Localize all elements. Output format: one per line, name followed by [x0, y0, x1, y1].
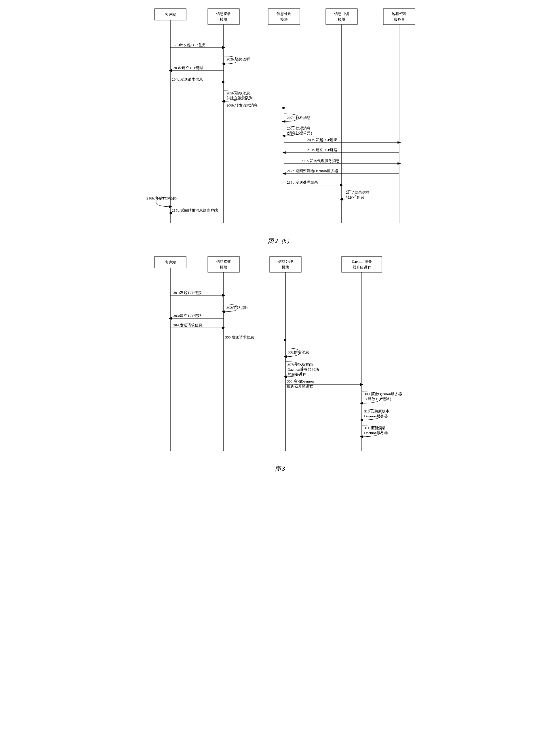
svg-text:207b:解析消息: 207b:解析消息: [287, 115, 311, 120]
svg-text:304:发送请求信息: 304:发送请求信息: [173, 323, 202, 327]
svg-text:308:启动Daemon: 308:启动Daemon: [287, 379, 314, 383]
svg-text:客户端: 客户端: [165, 13, 176, 17]
svg-marker-93: [284, 356, 287, 358]
svg-text:服务器升级进程: 服务器升级进程: [287, 384, 313, 388]
svg-text:客户端: 客户端: [165, 260, 176, 264]
svg-marker-82: [222, 311, 225, 313]
svg-text:转化、组装: 转化、组装: [346, 195, 365, 199]
svg-rect-8: [326, 8, 357, 24]
svg-text:201b:发起TCP连接: 201b:发起TCP连接: [175, 43, 205, 47]
svg-text:215b:返回结果消息给客户端: 215b:返回结果消息给客户端: [172, 208, 218, 213]
svg-text:212b:返回资源给Daemon服务器: 212b:返回资源给Daemon服务器: [287, 169, 338, 173]
svg-text:303:建立TCP链路: 303:建立TCP链路: [173, 314, 202, 318]
svg-marker-103: [360, 402, 363, 404]
svg-marker-36: [282, 120, 285, 123]
svg-text:(消息处理单元）: (消息处理单元）: [287, 131, 314, 135]
svg-text:远程资源: 远程资源: [392, 12, 407, 16]
svg-text:模块: 模块: [220, 17, 227, 22]
svg-text:信息接收: 信息接收: [216, 12, 231, 16]
svg-text:305:发送请求信息: 305:发送请求信息: [225, 335, 254, 339]
svg-text:310:安装新版本: 310:安装新版本: [364, 409, 389, 413]
svg-text:信息处理: 信息处理: [277, 12, 292, 16]
svg-marker-109: [360, 436, 363, 438]
svg-marker-30: [222, 100, 225, 102]
svg-text:信息处理: 信息处理: [278, 259, 293, 264]
svg-text:302:链路监听: 302:链路监听: [226, 305, 248, 310]
svg-text:309:停止Daemon服务器: 309:停止Daemon服务器: [364, 392, 402, 396]
svg-text:Daemon服务: Daemon服务: [352, 259, 372, 264]
svg-rect-66: [208, 256, 239, 272]
svg-text:信息接收: 信息接收: [216, 259, 231, 264]
svg-marker-22: [222, 63, 225, 65]
svg-text:311:重新启动: 311:重新启动: [364, 426, 386, 430]
diagram-3-svg: 客户端 信息接收 模块 信息处理 模块 Daemon服务 器升级进程 301:发…: [146, 254, 420, 461]
svg-text:模块: 模块: [338, 17, 345, 22]
diagram-2b: 客户端 信息接收 模块 信息处理 模块 信息回馈 模块 远程资源 服务器 201…: [146, 6, 414, 245]
svg-rect-69: [269, 256, 301, 272]
svg-text:203b:建立TCP链路: 203b:建立TCP链路: [173, 66, 203, 70]
svg-text:307:停止所有由: 307:停止所有由: [287, 362, 313, 367]
svg-text:的服务进程: 的服务进程: [287, 372, 306, 376]
svg-rect-2: [208, 8, 239, 24]
svg-text:Daemon服务器启动: Daemon服务器启动: [287, 367, 319, 372]
svg-marker-95: [284, 376, 287, 378]
svg-text:210b:建立TCP链路: 210b:建立TCP链路: [307, 148, 337, 152]
svg-text:204b:发送请求信息: 204b:发送请求信息: [172, 77, 203, 81]
svg-text:209b:发起TCP连接: 209b:发起TCP连接: [307, 138, 337, 142]
svg-rect-5: [268, 8, 300, 24]
svg-text:信息回馈: 信息回馈: [334, 12, 349, 16]
svg-text:器升级进程: 器升级进程: [352, 265, 371, 270]
svg-text:模块: 模块: [280, 17, 288, 22]
fig-3-label: 图 3: [146, 465, 414, 473]
svg-marker-56: [340, 198, 343, 200]
svg-text:Daemon服务器: Daemon服务器: [364, 414, 388, 418]
diagram-2b-svg: 客户端 信息接收 模块 信息处理 模块 信息回馈 模块 远程资源 服务器 201…: [146, 6, 420, 233]
svg-rect-72: [342, 256, 382, 272]
svg-rect-11: [383, 8, 415, 24]
svg-text:208b:处理消息: 208b:处理消息: [287, 126, 311, 131]
svg-text:213b:发送处理结果: 213b:发送处理结果: [287, 180, 318, 184]
svg-text:216b:释放TCP链路: 216b:释放TCP链路: [146, 196, 177, 200]
fig-2b-label: 图 2（b）: [146, 237, 414, 245]
svg-text:202b:链路监听: 202b:链路监听: [226, 57, 250, 61]
svg-text:模块: 模块: [220, 265, 227, 270]
svg-text:301:发起TCP连接: 301:发起TCP连接: [173, 291, 202, 295]
svg-marker-106: [360, 419, 363, 421]
svg-text:Daemon服务器: Daemon服务器: [364, 431, 388, 435]
svg-marker-59: [169, 205, 172, 208]
svg-text:并建立消息队列: 并建立消息队列: [226, 96, 253, 100]
svg-text:206b:转发请求消息: 206b:转发请求消息: [226, 103, 258, 107]
svg-text:205b:接收消息: 205b:接收消息: [226, 91, 250, 95]
svg-text:211b:发送代理服务消息: 211b:发送代理服务消息: [301, 159, 340, 163]
svg-text:306:解析消息: 306:解析消息: [287, 350, 309, 354]
svg-text:模块: 模块: [282, 265, 289, 270]
svg-text:服务器: 服务器: [393, 17, 405, 22]
diagram-3: 客户端 信息接收 模块 信息处理 模块 Daemon服务 器升级进程 301:发…: [146, 254, 414, 473]
svg-marker-38: [282, 135, 285, 137]
svg-text:（释放TCP链路）: （释放TCP链路）: [364, 397, 393, 401]
svg-text:214b:结果信息: 214b:结果信息: [346, 190, 369, 195]
